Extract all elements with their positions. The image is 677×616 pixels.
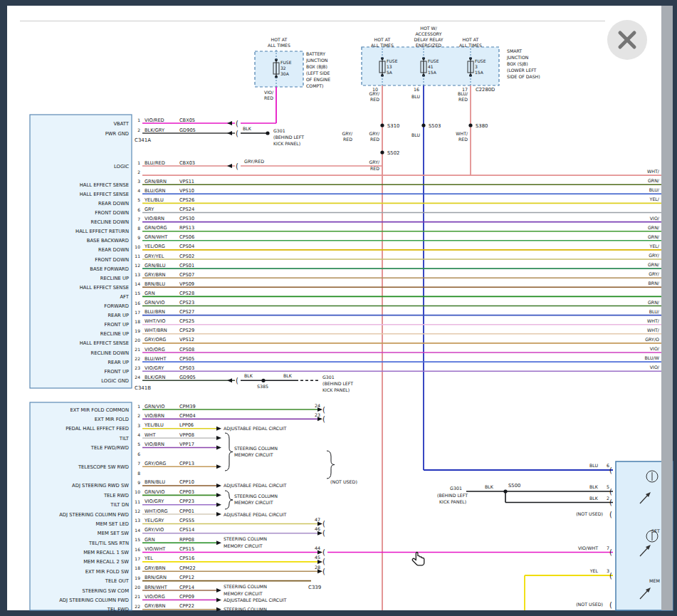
- diagram-label: 3: [137, 179, 140, 184]
- diagram-label: VPS12: [179, 337, 194, 343]
- diagram-label: ADJ STEERING COLUMN FWD: [59, 597, 129, 603]
- diagram-label: CPS03: [179, 365, 194, 371]
- diagram-label: FRONT DOWN: [95, 210, 129, 216]
- diagram-label: 8: [137, 471, 140, 476]
- diagram-label: GRY/BRN: [145, 272, 166, 278]
- diagram-label: 11: [135, 254, 140, 259]
- diagram-label: HALL EFFECT SENSE: [80, 285, 129, 291]
- diagram-label: 19: [135, 575, 140, 580]
- diagram-label: ADJ STEERING COLUMN FWD: [59, 512, 129, 518]
- diagram-label: LOGIC GND: [101, 378, 129, 384]
- diagram-label: 24: [315, 403, 320, 408]
- diagram-label: ACCESSORY: [415, 31, 441, 36]
- diagram-label: CPP03: [179, 489, 194, 495]
- diagram-label: BRN/: [648, 281, 659, 286]
- diagram-label: 41: [428, 64, 434, 69]
- diagram-label: GRN: [145, 537, 155, 543]
- diagram-label: BLU: [411, 132, 420, 137]
- diagram-label: COMPT): [306, 83, 323, 88]
- diagram-label: WHT/VIO: [145, 318, 165, 324]
- diagram-label: GRY/YEL: [145, 254, 164, 259]
- arrowhead: [317, 569, 322, 573]
- diagram-label: WHT: [145, 432, 156, 438]
- diagram-label: 2: [137, 127, 140, 132]
- diagram-label: YEL: [144, 555, 153, 561]
- diagram-label: STEERING COLUMN: [234, 494, 278, 498]
- diagram-label: CPP01: [179, 508, 194, 514]
- diagram-label: GRN/WHT: [145, 234, 168, 240]
- splice-dot: [468, 123, 472, 127]
- diagram-label: RECLINE DOWN: [91, 350, 129, 356]
- diagram-label: GRY/O: [645, 337, 659, 342]
- diagram-label: (LOWER LEFT: [507, 68, 537, 73]
- diagram-label: ALL TIMES: [459, 43, 482, 48]
- mouse-cursor: [410, 550, 429, 572]
- diagram-label: HALL EFFECT SENSE: [80, 192, 129, 197]
- diagram-label: 2: [137, 169, 140, 174]
- diagram-label: MEMORY CIRCUIT: [224, 543, 263, 548]
- arrowhead: [216, 464, 221, 469]
- diagram-label: YEL/ORG: [144, 244, 165, 249]
- diagram-label: BLU/: [458, 91, 468, 96]
- diagram-label: CPM04: [179, 413, 196, 419]
- diagram-label: FRONT UP: [105, 322, 129, 328]
- diagram-label: G301: [273, 128, 285, 133]
- diagram-label: 6: [607, 463, 609, 468]
- diagram-label: CPP09: [179, 594, 194, 600]
- diagram-label: G301: [322, 375, 335, 380]
- arrowhead: [317, 407, 322, 412]
- diagram-label: TEL/TIL SNS RTN: [88, 541, 129, 546]
- diagram-label: BLK/GRY: [145, 127, 165, 133]
- diagram-label: 15A: [428, 70, 437, 75]
- diagram-label: YEL/BLU: [144, 197, 164, 203]
- diagram-label: KICK PANEL): [273, 141, 300, 146]
- diagram-label: VIO/BRN: [145, 216, 164, 221]
- diagram-label: RED: [370, 137, 379, 142]
- diagram-label: FRONT DOWN: [95, 257, 129, 263]
- diagram-label: CPS30: [179, 216, 194, 221]
- diagram-label: VIO/: [650, 216, 660, 221]
- diagram-label: GD905: [179, 127, 196, 133]
- diagram-label: 6: [137, 451, 140, 456]
- diagram-label: CPS25: [179, 318, 194, 324]
- diagram-label: JUNCTION: [305, 58, 328, 63]
- diagram-label: GRY/: [342, 131, 352, 136]
- diagram-label: CPP23: [179, 498, 194, 504]
- diagram-label: VIO/: [264, 90, 274, 95]
- diagram-label: C341A: [135, 137, 151, 143]
- arrowhead: [317, 521, 322, 526]
- arrowhead: [216, 597, 221, 602]
- diagram-label: 19: [135, 328, 140, 333]
- diagram-label: BLU: [589, 463, 599, 468]
- arrowhead: [216, 541, 221, 545]
- diagram-label: S385: [257, 384, 268, 389]
- diagram-label: STEERING COLUMN: [234, 446, 278, 451]
- diagram-label: 18: [135, 565, 140, 570]
- arrowhead: [216, 607, 221, 612]
- diagram-label: ADJ STEERING RWD SW: [72, 483, 129, 489]
- arrowhead: [216, 588, 221, 592]
- diagram-label: BLK: [589, 496, 599, 501]
- diagram-label: FUSE: [387, 58, 398, 63]
- diagram-label: (BEHIND LEFT: [273, 135, 304, 140]
- diagram-label: C339: [308, 585, 321, 590]
- diagram-label: 9: [137, 480, 140, 485]
- diagram-label: CPP13: [179, 461, 194, 466]
- diagram-label: GRY/BRN: [145, 603, 166, 609]
- diagram-label: 24: [135, 375, 140, 380]
- diagram-label: 21: [135, 347, 140, 352]
- inline-connector-arc: (: [609, 466, 612, 474]
- diagram-label: REAR UP: [107, 360, 129, 365]
- diagram-label: 46: [315, 526, 320, 531]
- diagram-label: GRY/VIO: [145, 527, 164, 533]
- diagram-label: WHT/: [647, 169, 660, 174]
- diagram-label: C2280D: [476, 87, 495, 93]
- inline-connector-arc: (: [322, 568, 325, 575]
- inline-connector-arc: (: [609, 572, 612, 580]
- close-button[interactable]: [607, 20, 647, 60]
- diagram-label: 3: [475, 64, 478, 69]
- diagram-label: PWR GND: [105, 131, 129, 137]
- diagram-label: CBX03: [179, 160, 195, 166]
- diagram-label: ADJUSTABLE PEDAL CIRCUIT: [224, 426, 287, 432]
- arrowhead: [216, 427, 221, 431]
